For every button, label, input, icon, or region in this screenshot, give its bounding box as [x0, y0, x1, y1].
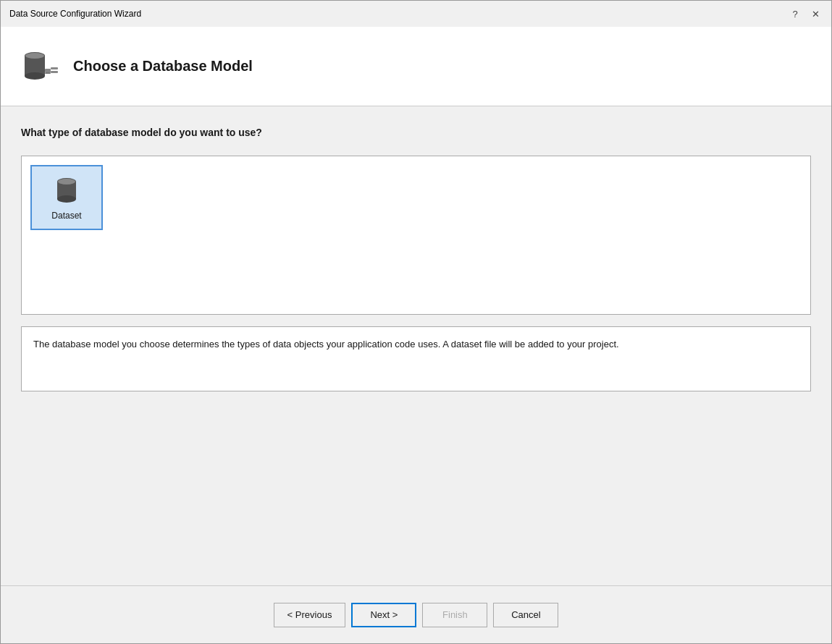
svg-rect-4: [45, 69, 51, 72]
dataset-icon: [51, 174, 83, 206]
svg-rect-7: [45, 72, 51, 74]
cancel-button[interactable]: Cancel: [493, 603, 558, 627]
description-area: The database model you choose determines…: [21, 326, 811, 391]
close-button[interactable]: ✕: [808, 7, 823, 21]
finish-button[interactable]: Finish: [422, 603, 487, 627]
window-title: Data Source Configuration Wizard: [9, 9, 141, 19]
title-bar: Data Source Configuration Wizard ? ✕: [1, 1, 831, 27]
svg-point-3: [25, 53, 44, 59]
database-plug-icon: [19, 46, 61, 88]
svg-point-2: [25, 72, 45, 80]
next-button[interactable]: Next >: [351, 603, 416, 627]
model-item-dataset[interactable]: Dataset: [30, 165, 103, 230]
header-title: Choose a Database Model: [73, 58, 253, 75]
model-selection-area[interactable]: Dataset: [21, 156, 811, 315]
header-icon: [18, 45, 62, 88]
svg-rect-6: [51, 71, 58, 73]
description-text: The database model you choose determines…: [33, 339, 619, 349]
previous-button[interactable]: < Previous: [274, 603, 346, 627]
help-button[interactable]: ?: [788, 7, 802, 21]
dataset-label: Dataset: [51, 211, 81, 221]
svg-point-10: [57, 195, 76, 203]
dialog-window: Data Source Configuration Wizard ? ✕: [0, 0, 832, 644]
svg-rect-5: [51, 67, 58, 69]
svg-point-11: [58, 179, 75, 185]
title-bar-controls: ? ✕: [788, 7, 823, 21]
main-content: What type of database model do you want …: [1, 106, 831, 585]
question-label: What type of database model do you want …: [21, 127, 811, 138]
footer: < Previous Next > Finish Cancel: [1, 585, 831, 643]
title-bar-left: Data Source Configuration Wizard: [9, 9, 141, 19]
header-section: Choose a Database Model: [1, 27, 831, 106]
